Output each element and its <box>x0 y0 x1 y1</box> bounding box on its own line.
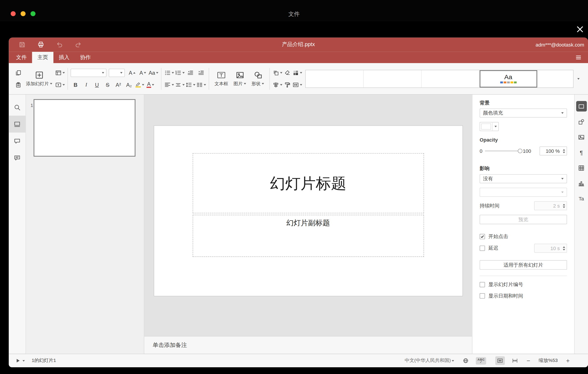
spin-down-icon[interactable] <box>563 249 565 250</box>
document-language-button[interactable] <box>461 356 471 365</box>
shape-settings-button[interactable] <box>576 116 587 127</box>
language-selector[interactable]: 中文(中华人民共和国) <box>403 356 456 365</box>
theme-option-selected[interactable]: Aa <box>479 70 537 87</box>
slide-canvas[interactable]: 幻灯片标题 幻灯片副标题 <box>144 95 472 336</box>
increase-indent-button[interactable] <box>196 68 206 78</box>
textart-settings-button[interactable]: Ta <box>576 194 587 204</box>
slide[interactable]: 幻灯片标题 幻灯片副标题 <box>154 126 462 296</box>
comments-sidebar-button[interactable] <box>9 133 25 150</box>
highlight-color-button[interactable] <box>135 80 145 90</box>
bullets-button[interactable] <box>164 68 174 78</box>
undo-button[interactable] <box>55 41 64 49</box>
show-slide-number-checkbox[interactable]: 显示幻灯片编号 <box>480 281 567 288</box>
text-box-button[interactable]: 文本框 <box>212 67 231 90</box>
decrease-font-button[interactable]: A <box>138 68 148 78</box>
tab-insert[interactable]: 插入 <box>53 52 75 63</box>
duration-input[interactable]: 2 s <box>534 201 567 210</box>
arrange-shape-button[interactable] <box>272 68 282 78</box>
tab-collaborate[interactable]: 协作 <box>75 52 96 63</box>
horizontal-align-button[interactable] <box>164 80 174 90</box>
hamburger-menu-button[interactable] <box>572 52 585 63</box>
delay-input[interactable]: 10 s <box>534 244 567 253</box>
insert-columns-button[interactable] <box>196 80 206 90</box>
theme-option[interactable] <box>421 70 479 87</box>
change-case-button[interactable]: Aa <box>148 68 158 78</box>
save-button[interactable] <box>18 41 26 49</box>
notes-area[interactable]: 单击添加备注 <box>144 336 472 354</box>
slide-size-button[interactable] <box>292 80 302 90</box>
subscript-button[interactable]: A₂ <box>124 80 134 90</box>
start-slideshow-button[interactable] <box>55 80 65 90</box>
copy-style-button[interactable] <box>282 80 292 90</box>
increase-font-button[interactable]: A <box>127 68 137 78</box>
opacity-input[interactable]: 100 % <box>539 146 567 155</box>
close-icon[interactable] <box>574 24 586 35</box>
zoom-in-button[interactable]: + <box>565 356 571 365</box>
font-name-combo[interactable] <box>71 68 106 77</box>
opacity-max-label: 100 <box>523 148 531 154</box>
font-size-combo[interactable] <box>109 68 125 77</box>
start-slideshow-status-button[interactable] <box>13 356 26 365</box>
insert-image-button[interactable]: 图片 <box>231 67 249 90</box>
spin-up-icon[interactable] <box>563 246 565 248</box>
fit-slide-button[interactable] <box>495 356 505 365</box>
effect-select[interactable]: 没有 <box>480 174 567 183</box>
vertical-align-button[interactable] <box>175 80 185 90</box>
effect-type-select[interactable] <box>480 188 567 197</box>
line-spacing-button[interactable] <box>185 80 195 90</box>
decrease-indent-button[interactable] <box>185 68 195 78</box>
fill-color-picker[interactable] <box>480 122 499 131</box>
slide-thumbnail[interactable] <box>33 99 135 157</box>
bold-button[interactable]: B <box>71 80 80 90</box>
slide-subtitle-placeholder[interactable]: 幻灯片副标题 <box>193 215 424 257</box>
slide-settings-button[interactable] <box>576 101 587 112</box>
copy-button[interactable] <box>13 68 23 78</box>
image-settings-button[interactable] <box>576 132 587 142</box>
theme-gallery-expand-button[interactable] <box>574 70 583 88</box>
delay-checkbox[interactable]: 延迟 <box>480 245 498 252</box>
fill-type-select[interactable]: 颜色填充 <box>480 109 567 117</box>
search-sidebar-button[interactable] <box>9 99 25 116</box>
opacity-slider-knob[interactable] <box>518 149 522 153</box>
strikethrough-button[interactable]: S <box>103 80 112 90</box>
spin-up-icon[interactable] <box>563 149 565 151</box>
color-schemes-button[interactable] <box>292 68 302 78</box>
slide-title-placeholder[interactable]: 幻灯片标题 <box>193 153 424 213</box>
paragraph-settings-button[interactable]: ¶ <box>576 147 587 158</box>
theme-option[interactable] <box>306 70 364 87</box>
chevron-down-icon <box>172 84 174 86</box>
print-button[interactable] <box>37 41 45 49</box>
table-settings-button[interactable] <box>576 163 587 173</box>
underline-button[interactable]: U <box>92 80 102 90</box>
theme-option[interactable] <box>364 70 421 87</box>
fit-width-button[interactable] <box>510 356 520 365</box>
tab-file[interactable]: 文件 <box>11 52 32 63</box>
chart-settings-button[interactable] <box>576 178 587 188</box>
redo-button[interactable] <box>74 41 83 49</box>
insert-shape-button[interactable]: 形状 <box>249 67 267 90</box>
apply-to-all-button[interactable]: 适用于所有幻灯片 <box>480 260 567 270</box>
preview-button[interactable]: 预览 <box>480 215 567 224</box>
italic-button[interactable]: I <box>81 80 91 90</box>
numbering-button[interactable] <box>175 68 185 78</box>
superscript-button[interactable]: A² <box>113 80 123 90</box>
spin-down-icon[interactable] <box>563 152 565 153</box>
show-date-time-checkbox[interactable]: 显示日期和时间 <box>480 293 567 299</box>
spin-up-icon[interactable] <box>563 204 565 205</box>
add-slide-button[interactable]: 添加幻灯片 <box>23 67 55 90</box>
spin-down-icon[interactable] <box>563 206 565 208</box>
font-color-button[interactable]: A <box>146 80 155 90</box>
spellcheck-button[interactable]: ABC ✓ <box>476 357 486 365</box>
opacity-slider[interactable] <box>485 151 520 151</box>
theme-option[interactable] <box>537 70 573 87</box>
start-on-click-checkbox[interactable]: 开始点击 <box>480 233 567 240</box>
change-layout-button[interactable] <box>55 68 65 78</box>
color-swatch <box>481 123 491 130</box>
align-shape-button[interactable] <box>272 80 282 90</box>
tab-home[interactable]: 主页 <box>32 52 53 63</box>
clear-style-button[interactable] <box>282 68 292 78</box>
chat-sidebar-button[interactable] <box>9 149 25 166</box>
zoom-out-button[interactable]: − <box>525 356 532 365</box>
paste-button[interactable] <box>13 80 23 90</box>
slides-sidebar-button[interactable] <box>9 116 25 133</box>
